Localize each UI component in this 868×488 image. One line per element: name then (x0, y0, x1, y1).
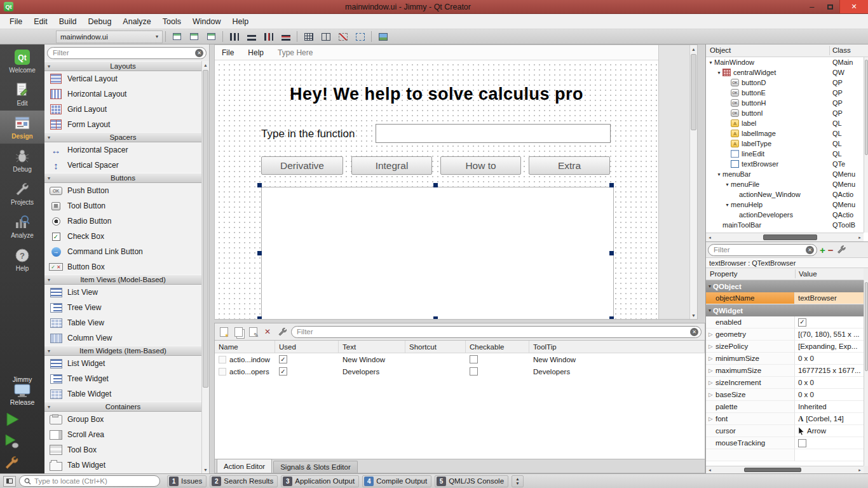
expander-icon[interactable]: ▷ (709, 391, 715, 398)
tree-row-label[interactable]: labelQL (706, 118, 864, 128)
edit-buddies-button[interactable] (203, 30, 219, 43)
column-class[interactable]: Class (832, 46, 851, 54)
menu-help[interactable]: Help (226, 14, 254, 29)
tree-row-maintoolbar[interactable]: mainToolBarQToolB (706, 220, 864, 230)
selection-handle[interactable] (609, 251, 614, 255)
clear-filter-icon[interactable]: ✕ (690, 328, 698, 336)
open-document-selector[interactable]: mainwindow.ui ▾ (56, 30, 163, 43)
widget-item-group-box[interactable]: Group Box (44, 412, 201, 427)
layout-grid-button[interactable] (301, 30, 316, 43)
property-row-mousetracking[interactable]: mouseTracking (706, 437, 864, 449)
layout-vertically-button[interactable] (243, 30, 259, 43)
scroll-right-icon[interactable]: ▸ (856, 466, 864, 473)
scroll-up-icon[interactable]: ▲ (202, 61, 209, 69)
property-row-maximumsize[interactable]: ▷maximumSize 16777215 x 1677... (706, 365, 864, 377)
category-item-widgets[interactable]: ▾Item Widgets (Item-Based) (44, 346, 201, 356)
build-button[interactable] (0, 452, 23, 473)
column-name[interactable]: Name (215, 341, 275, 353)
property-row-palette[interactable]: palette Inherited (706, 401, 864, 413)
kit-selector[interactable]: Jimmy Release (0, 376, 44, 409)
expander-icon[interactable]: ▷ (709, 367, 715, 374)
widget-item-list-widget[interactable]: List Widget (44, 356, 201, 371)
expander-icon[interactable]: ▷ (709, 343, 715, 349)
configure-actions-button[interactable] (276, 327, 288, 337)
expander-icon[interactable]: ▾ (715, 70, 722, 76)
property-editor-scrollbar[interactable] (864, 280, 868, 466)
property-row-geometry[interactable]: ▷geometry [(70, 180), 551 x ... (706, 329, 864, 341)
preview-button[interactable] (375, 30, 391, 43)
tree-row-buttoni[interactable]: buttonIQP (706, 108, 864, 118)
category-item-views[interactable]: ▾Item Views (Model-Based) (44, 274, 201, 285)
widget-item-tree-widget[interactable]: Tree Widget (44, 371, 201, 386)
widget-item-column-view[interactable]: Column View (44, 330, 201, 346)
mode-projects[interactable]: Projects (0, 177, 44, 210)
property-row-enabled[interactable]: enabled ✓ (706, 316, 864, 329)
menu-edit[interactable]: Edit (28, 14, 53, 29)
form-menu-help[interactable]: Help (241, 45, 271, 60)
mode-design[interactable]: Design (0, 111, 44, 144)
tree-row-mainwindow[interactable]: ▾MainWindowQMain (706, 57, 864, 67)
property-row-sizeincrement[interactable]: ▷sizeIncrement 0 x 0 (706, 377, 864, 389)
tree-row-lineedit[interactable]: lineEditQL (706, 149, 864, 159)
widget-item-check-box[interactable]: Check Box (44, 229, 201, 244)
widget-item-form-layout[interactable]: Form Layout (44, 117, 201, 132)
selection-handle[interactable] (257, 183, 262, 187)
action-row[interactable]: actio...opers ✓ Developers Developers (215, 365, 705, 377)
property-value[interactable]: Arrow (795, 425, 864, 437)
selection-handle[interactable] (257, 251, 262, 255)
action-filter-input[interactable] (297, 328, 688, 336)
property-value[interactable]: [(70, 180), 551 x ... (795, 329, 864, 341)
output-pane-search-results[interactable]: 2Search Results (210, 475, 278, 487)
column-divider[interactable] (829, 46, 830, 55)
mousetracking-checkbox[interactable] (798, 439, 806, 447)
object-inspector-hscrollbar[interactable]: ◂ ▸ (706, 233, 864, 241)
scroll-right-icon[interactable]: ▸ (856, 233, 864, 241)
layout-horizontally-button[interactable] (226, 30, 242, 43)
edit-widgets-button[interactable] (169, 30, 185, 43)
clear-filter-icon[interactable]: ✕ (806, 246, 814, 254)
widget-item-scroll-area[interactable]: Scroll Area (44, 427, 201, 442)
clear-filter-icon[interactable]: ✕ (195, 49, 203, 57)
widget-box-scrollbar[interactable]: ▲ ▼ (201, 61, 209, 473)
tree-row-centralwidget[interactable]: ▾centralWidgetQW (706, 67, 864, 78)
widget-item-vertical-spacer[interactable]: Vertical Spacer (44, 158, 201, 173)
form-title-label[interactable]: Hey! We help to solve calculus pro (215, 85, 658, 104)
menu-tools[interactable]: Tools (157, 14, 187, 29)
menu-file[interactable]: File (4, 14, 28, 29)
tree-row-buttonh[interactable]: buttonHQP (706, 98, 864, 108)
property-row-font[interactable]: ▷font A[Corbel, 14] (706, 413, 864, 425)
widget-item-list-view[interactable]: List View (44, 285, 201, 300)
property-row-minimumsize[interactable]: ▷minimumSize 0 x 0 (706, 353, 864, 365)
run-button[interactable] (0, 409, 23, 430)
form-button-derivative[interactable]: Derivative (261, 156, 343, 175)
scroll-left-icon[interactable]: ◂ (706, 233, 714, 241)
widget-item-tool-box[interactable]: Tool Box (44, 442, 201, 458)
scrollbar-thumb[interactable] (865, 60, 868, 155)
property-value[interactable]: A[Corbel, 14] (795, 413, 864, 425)
widget-filter-input[interactable] (53, 49, 193, 57)
tree-row-buttone[interactable]: buttonEQP (706, 88, 864, 98)
form-menu-type-here[interactable]: Type Here (271, 45, 320, 60)
configure-property-editor-button[interactable] (836, 245, 846, 255)
widget-item-vertical-layout[interactable]: Vertical Layout (44, 71, 201, 86)
mode-welcome[interactable]: Qt Welcome (0, 44, 44, 78)
tree-row-actionnewwindow[interactable]: actionNew_WindowQActio (706, 189, 864, 200)
tab-signals-slots-editor[interactable]: Signals & Slots Editor (273, 461, 358, 473)
mode-debug[interactable]: Debug (0, 144, 44, 177)
widget-item-button-box[interactable]: Button Box (44, 259, 201, 274)
tree-row-textbrowser[interactable]: textBrowserQTe (706, 159, 864, 169)
expander-icon[interactable]: ▷ (709, 355, 715, 362)
widget-item-push-button[interactable]: Push Button (44, 183, 201, 198)
property-value[interactable]: textBrowser (795, 292, 864, 304)
widget-item-command-link-button[interactable]: Command Link Button (44, 244, 201, 259)
expander-icon[interactable]: ▷ (709, 331, 715, 337)
tree-row-labeltype[interactable]: labelTypeQL (706, 139, 864, 149)
menu-analyze[interactable]: Analyze (117, 14, 156, 29)
widget-item-table-widget[interactable]: Table Widget (44, 386, 201, 402)
layout-form-button[interactable] (318, 30, 334, 43)
column-tooltip[interactable]: ToolTip (529, 341, 705, 353)
scrollbar-thumb[interactable] (691, 54, 696, 130)
enabled-checkbox[interactable]: ✓ (798, 318, 806, 327)
property-value[interactable]: 0 x 0 (795, 377, 864, 389)
form-prompt-label[interactable]: Type in the function (261, 128, 355, 140)
